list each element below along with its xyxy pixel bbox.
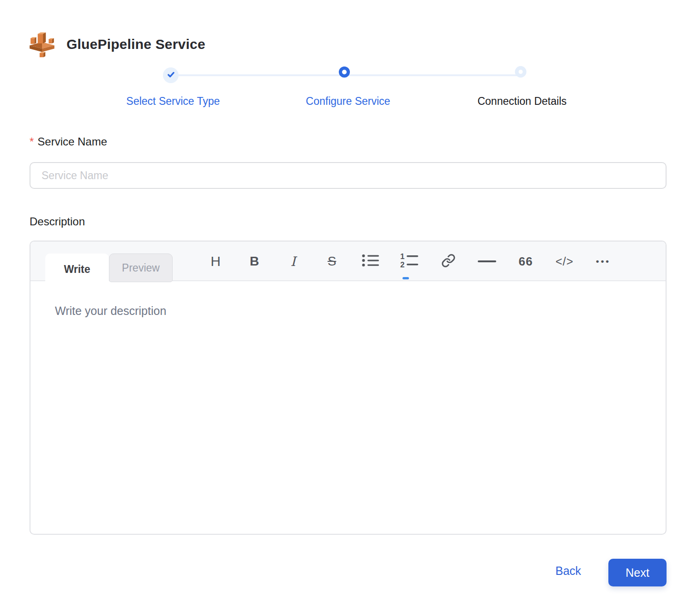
glue-pipeline-logo-icon xyxy=(29,29,55,60)
link-button[interactable] xyxy=(429,254,468,270)
bullet-list-icon xyxy=(362,254,379,269)
svg-text:2: 2 xyxy=(400,260,404,268)
code-icon: </> xyxy=(555,255,573,268)
step-label-connection-details[interactable]: Connection Details xyxy=(477,95,566,108)
stepper-connector-1 xyxy=(174,74,342,76)
stepper: Select Service Type Configure Service Co… xyxy=(0,61,697,116)
step-connection-details-circle[interactable] xyxy=(515,66,527,78)
horizontal-rule-icon xyxy=(478,260,496,262)
stepper-connector-2 xyxy=(347,74,518,76)
page-title: GluePipeline Service xyxy=(66,36,205,52)
quote-icon: 66 xyxy=(519,254,533,269)
description-textarea[interactable] xyxy=(30,282,666,534)
next-button[interactable]: Next xyxy=(608,559,667,586)
ordered-list-icon: 1 2 xyxy=(400,253,419,270)
back-button[interactable]: Back xyxy=(543,564,594,578)
description-editor: Write Preview H B I S xyxy=(30,241,667,535)
configure-service-page: GluePipeline Service Select Service Type… xyxy=(0,0,697,616)
brand-header: GluePipeline Service xyxy=(29,29,205,60)
step-configure-service-circle[interactable] xyxy=(339,66,350,78)
tab-write[interactable]: Write xyxy=(45,254,109,285)
bullet-list-button[interactable] xyxy=(351,254,390,269)
quote-button[interactable]: 66 xyxy=(506,254,545,269)
heading-icon: H xyxy=(210,254,221,269)
tab-write-label: Write xyxy=(64,263,90,276)
horizontal-rule-button[interactable] xyxy=(468,260,506,262)
more-button[interactable]: ••• xyxy=(584,256,623,266)
check-icon xyxy=(166,70,176,81)
italic-button[interactable]: I xyxy=(274,254,312,269)
tab-preview[interactable]: Preview xyxy=(109,254,173,282)
description-label: Description xyxy=(30,215,85,228)
heading-button[interactable]: H xyxy=(196,254,235,269)
step-select-service-type-circle[interactable] xyxy=(163,67,179,83)
step-label-select-service-type[interactable]: Select Service Type xyxy=(126,95,220,108)
code-button[interactable]: </> xyxy=(545,255,584,268)
service-name-input[interactable] xyxy=(30,162,667,189)
italic-icon: I xyxy=(290,254,295,269)
step-label-configure-service[interactable]: Configure Service xyxy=(306,95,391,108)
service-name-label: *Service Name xyxy=(30,135,107,148)
ordered-list-button[interactable]: 1 2 xyxy=(390,253,429,270)
service-name-label-text: Service Name xyxy=(37,135,107,148)
link-icon xyxy=(441,254,456,270)
svg-text:1: 1 xyxy=(400,253,404,261)
editor-toolbar: H B I S xyxy=(196,242,623,281)
required-asterisk: * xyxy=(30,135,34,148)
tab-preview-label: Preview xyxy=(122,262,160,274)
more-icon: ••• xyxy=(596,256,611,266)
strikethrough-button[interactable]: S xyxy=(312,254,351,269)
bold-button[interactable]: B xyxy=(235,254,274,269)
strikethrough-icon: S xyxy=(328,254,336,269)
bold-icon: B xyxy=(250,254,259,269)
